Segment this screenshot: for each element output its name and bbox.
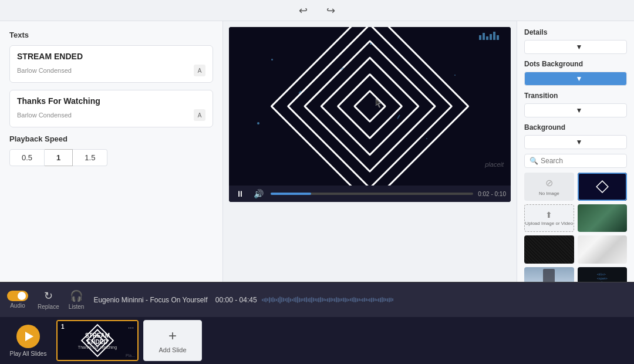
waveform-bar [294, 298, 295, 302]
speed-1-5[interactable]: 1.5 [73, 149, 107, 166]
replace-label: Replace [38, 304, 59, 310]
play-all-button[interactable]: Play All Slides [5, 325, 52, 357]
no-image-label: No Image [539, 191, 559, 196]
svg-rect-0 [596, 181, 608, 193]
bg-thumb-nature[interactable] [578, 204, 628, 232]
waveform-bar [352, 298, 353, 302]
waveform-bar [269, 297, 270, 303]
speed-1[interactable]: 1 [45, 149, 73, 166]
waveform-bar [283, 298, 284, 302]
bg-thumb-no-image[interactable]: ⊘ No Image [524, 173, 574, 201]
background-thumbnails: ⊘ No Image ⬆ Upload Image or Video [524, 173, 627, 282]
waveform-bar [331, 298, 332, 302]
play-pause-button[interactable]: ⏸ [234, 188, 247, 200]
waveform-bar [309, 298, 311, 302]
particle-streak [298, 90, 302, 94]
volume-button[interactable]: 🔊 [251, 188, 266, 200]
progress-fill [271, 193, 311, 195]
waveform-bar [295, 297, 296, 302]
top-toolbar: ↩ ↪ [0, 0, 634, 21]
waveform-bar [376, 299, 377, 301]
slide-menu-icon[interactable]: ··· [128, 323, 134, 332]
bg-thumb-code[interactable]: <div><span>code</div> [578, 267, 628, 282]
background-dropdown[interactable]: ▼ [524, 135, 627, 149]
waveform-bar [345, 298, 346, 302]
left-panel: Texts STREAM ENDED Barlow Condensed A Th… [0, 21, 223, 282]
waveform-bar [306, 297, 307, 302]
speed-0-5[interactable]: 0.5 [9, 149, 45, 166]
waveform-bar [274, 298, 275, 302]
waveform-bar [378, 298, 379, 302]
waveform-bar [322, 298, 323, 302]
bg-thumb-selected[interactable] [578, 173, 628, 201]
search-icon: 🔍 [530, 157, 538, 165]
bg-thumb-upload[interactable]: ⬆ Upload Image or Video [524, 204, 574, 232]
search-input[interactable] [541, 157, 629, 165]
waveform-bar [301, 298, 302, 302]
video-container: placeit ⏸ 🔊 0:02 - 0:10 [229, 27, 511, 202]
waveform-bar [350, 298, 351, 301]
bg-thumb-dark[interactable] [524, 235, 574, 264]
waveform-bar [316, 298, 318, 302]
play-triangle-icon [25, 332, 33, 341]
waveform-bar [357, 298, 358, 302]
waveform-bar [308, 298, 309, 302]
particle-streak [397, 114, 400, 119]
text1-main: STREAM ENDED [17, 52, 205, 61]
waveform-bar [387, 298, 388, 302]
dots-bg-dropdown[interactable]: ▼ [524, 72, 627, 86]
texts-label: Texts [9, 31, 213, 39]
waveform-bar [297, 296, 298, 303]
transition-dropdown[interactable]: ▼ [524, 103, 627, 117]
slide1-subtitle: Thanks For Watching [77, 345, 117, 349]
play-circle-icon[interactable] [16, 325, 40, 348]
replace-button-group[interactable]: ↻ Replace [38, 289, 59, 310]
text-card-1[interactable]: STREAM ENDED Barlow Condensed A [9, 45, 213, 83]
waveform-bar [290, 298, 291, 302]
waveform-bar [262, 299, 263, 301]
waveform-bar [367, 299, 369, 301]
text2-font-icon: A [194, 109, 205, 121]
waveform-bar [332, 298, 333, 301]
bg-thumb-marble[interactable] [578, 235, 628, 264]
waveform-bar [276, 299, 277, 301]
selected-thumb-icon [593, 178, 611, 196]
waveform-bar [286, 298, 288, 302]
background-arrow-icon: ▼ [576, 138, 622, 146]
waveform-bar [304, 298, 305, 302]
listen-label: Listen [69, 304, 85, 310]
waveform-bar [343, 298, 344, 302]
text1-font: Barlow Condensed [17, 67, 72, 74]
waveform-bar [390, 298, 392, 302]
add-slide-button[interactable]: + Add Slide [143, 320, 202, 361]
background-label: Background [524, 123, 627, 132]
waveform-bar [288, 297, 289, 303]
dots-bg-arrow-icon: ▼ [576, 75, 622, 83]
waveform-bar [302, 298, 303, 301]
text-card-2[interactable]: Thanks For Watching Barlow Condensed A [9, 90, 213, 127]
progress-bar[interactable] [271, 193, 473, 195]
add-plus-icon: + [168, 328, 177, 344]
time-display: 0:02 - 0:10 [478, 191, 506, 197]
bg-thumb-fog[interactable] [524, 267, 574, 282]
waveform-bar [366, 298, 367, 301]
particle [454, 75, 456, 76]
particle-streak [340, 67, 344, 70]
waveform-bar [382, 297, 383, 302]
transition-label: Transition [524, 92, 627, 100]
redo-button[interactable]: ↪ [322, 2, 340, 19]
waveform-bar [341, 298, 342, 301]
track-name: Eugenio Mininni - Focus On Yourself 00:0… [93, 296, 257, 304]
waveform-bar [338, 298, 339, 302]
audio-toggle-switch[interactable] [7, 291, 28, 301]
listen-button-group[interactable]: 🎧 Listen [69, 289, 85, 310]
waveform-bar [375, 298, 376, 301]
waveform-bar [362, 298, 363, 302]
toggle-knob [18, 292, 26, 300]
listen-icon: 🎧 [70, 289, 83, 302]
slide-1-thumb[interactable]: STREAM ENDED Thanks For Watching 1 ··· P… [56, 320, 139, 361]
undo-button[interactable]: ↩ [294, 2, 312, 19]
details-dropdown[interactable]: ▼ [524, 40, 627, 54]
main-area: Texts STREAM ENDED Barlow Condensed A Th… [0, 21, 634, 282]
slide1-title: STREAM ENDED [77, 332, 117, 345]
